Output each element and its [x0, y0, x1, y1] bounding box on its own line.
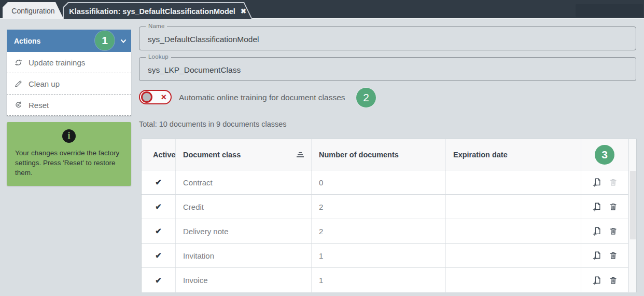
active-cell[interactable]: ✔ — [142, 219, 176, 243]
toggle-off-icon: × — [161, 92, 166, 102]
add-document-icon — [592, 276, 601, 285]
active-cell[interactable]: ✔ — [142, 170, 176, 194]
table-row[interactable]: ✔ Invoice 1 — [142, 268, 636, 292]
sidebar: Actions 1 Update trainings Clean up — [7, 30, 131, 186]
table-body: ✔ Contract 0 — [142, 170, 636, 292]
document-class-cell: Contract — [176, 170, 312, 194]
actions-menu-header[interactable]: Actions 1 — [7, 30, 131, 52]
add-document-icon — [592, 226, 601, 236]
refresh-icon — [14, 58, 23, 67]
name-field[interactable]: Name sys_DefaultClassificationModel — [139, 26, 636, 50]
document-class-cell: Invitation — [176, 244, 312, 267]
pencil-icon — [14, 79, 23, 88]
sidebar-item-label: Update trainings — [29, 58, 85, 67]
column-header-active[interactable]: Active — [142, 139, 176, 170]
document-class-cell: Invoice — [176, 268, 312, 292]
document-class-cell: Delivery note — [176, 219, 312, 243]
duplicate-row-button[interactable] — [592, 276, 601, 285]
add-document-icon — [592, 202, 601, 211]
sidebar-item-clean-up[interactable]: Clean up — [7, 73, 131, 95]
column-header-number-of-documents[interactable]: Number of documents — [312, 139, 446, 170]
sidebar-item-label: Reset — [29, 101, 49, 110]
info-box: i Your changes override the factory sett… — [7, 122, 131, 186]
duplicate-row-button[interactable] — [592, 178, 601, 187]
info-icon: i — [62, 129, 76, 143]
tab-klassifikation[interactable]: Klassifikation: sys_DefaultClassificatio… — [63, 2, 253, 19]
number-of-documents-cell: 1 — [312, 244, 446, 267]
sort-ascending-icon[interactable] — [297, 152, 304, 157]
trash-icon — [609, 178, 618, 187]
delete-row-button[interactable] — [609, 276, 618, 285]
tab-close-icon[interactable]: ✖ — [241, 7, 246, 15]
lookup-field[interactable]: Lookup sys_LKP_DocumentClass — [139, 57, 636, 81]
actions-menu: Update trainings Clean up Reset — [7, 52, 131, 116]
sidebar-item-label: Clean up — [29, 79, 60, 88]
number-of-documents-cell: 0 — [312, 170, 446, 194]
active-cell[interactable]: ✔ — [142, 195, 176, 219]
trash-icon — [609, 226, 618, 236]
active-check-icon: ✔ — [155, 178, 162, 187]
table-header-row: Active Document class Number of document… — [142, 139, 636, 170]
number-of-documents-cell: 1 — [312, 268, 446, 292]
trash-icon — [609, 251, 618, 260]
active-cell[interactable]: ✔ — [142, 268, 176, 292]
row-actions-cell — [581, 268, 628, 292]
row-actions-cell — [581, 170, 628, 194]
table-scrollbar[interactable] — [628, 139, 636, 292]
number-of-documents-cell: 2 — [312, 219, 446, 243]
column-header-document-class[interactable]: Document class — [176, 139, 312, 170]
expiration-date-cell[interactable] — [446, 268, 581, 292]
trash-icon — [609, 276, 618, 285]
tab-klassifikation-label: Klassifikation: sys_DefaultClassificatio… — [69, 7, 235, 16]
delete-row-button[interactable] — [609, 178, 618, 187]
scrollbar-thumb[interactable] — [630, 171, 636, 239]
add-document-icon — [592, 251, 601, 260]
delete-row-button[interactable] — [609, 202, 618, 211]
delete-row-button[interactable] — [609, 226, 618, 236]
reset-icon — [14, 101, 23, 110]
annotation-badge-2: 2 — [356, 88, 376, 107]
column-header-expiration-date[interactable]: Expiration date — [446, 139, 581, 170]
active-cell[interactable]: ✔ — [142, 244, 176, 267]
name-input[interactable]: sys_DefaultClassificationModel — [148, 35, 259, 44]
duplicate-row-button[interactable] — [592, 251, 601, 260]
chevron-down-icon — [120, 37, 127, 45]
tab-klassifikation-inner: Klassifikation: sys_DefaultClassificatio… — [64, 3, 251, 19]
expiration-date-cell[interactable] — [446, 170, 581, 194]
expiration-date-cell[interactable] — [446, 244, 581, 267]
annotation-badge-1: 1 — [95, 31, 115, 50]
toggle-knob-icon — [141, 91, 152, 103]
sidebar-item-update-trainings[interactable]: Update trainings — [7, 52, 131, 73]
document-class-cell: Credit — [176, 195, 312, 219]
lookup-input[interactable]: sys_LKP_DocumentClass — [148, 65, 241, 75]
tab-bar: Configuration Klassifikation: sys_Defaul… — [0, 0, 644, 19]
actions-menu-label: Actions — [14, 37, 40, 45]
tab-configuration-label: Configuration — [11, 7, 54, 15]
expiration-date-cell[interactable] — [446, 219, 581, 243]
active-check-icon: ✔ — [155, 226, 162, 236]
sidebar-item-reset[interactable]: Reset — [7, 95, 131, 116]
active-check-icon: ✔ — [155, 276, 162, 285]
duplicate-row-button[interactable] — [592, 202, 601, 211]
row-actions-cell — [581, 219, 628, 243]
duplicate-row-button[interactable] — [592, 226, 601, 236]
column-header-actions: 3 — [581, 139, 628, 170]
documents-summary: Total: 10 documents in 9 documents class… — [139, 120, 287, 128]
number-of-documents-cell: 2 — [312, 195, 446, 219]
row-actions-cell — [581, 244, 628, 267]
delete-row-button[interactable] — [609, 251, 618, 260]
lookup-field-label: Lookup — [146, 53, 171, 60]
document-classes-table: Active Document class Number of document… — [141, 139, 637, 292]
tab-configuration[interactable]: Configuration — [3, 2, 64, 19]
expiration-date-cell[interactable] — [446, 195, 581, 219]
row-actions-cell — [581, 195, 628, 219]
info-box-text: Your changes override the factory settin… — [15, 148, 123, 178]
table-row[interactable]: ✔ Credit 2 — [142, 195, 636, 219]
table-row[interactable]: ✔ Delivery note 2 — [142, 219, 636, 244]
name-field-label: Name — [146, 23, 167, 29]
table-row[interactable]: ✔ Contract 0 — [142, 170, 636, 195]
trash-icon — [609, 202, 618, 211]
table-row[interactable]: ✔ Invitation 1 — [142, 244, 636, 268]
active-check-icon: ✔ — [155, 202, 162, 211]
online-training-toggle[interactable]: × — [139, 90, 172, 104]
